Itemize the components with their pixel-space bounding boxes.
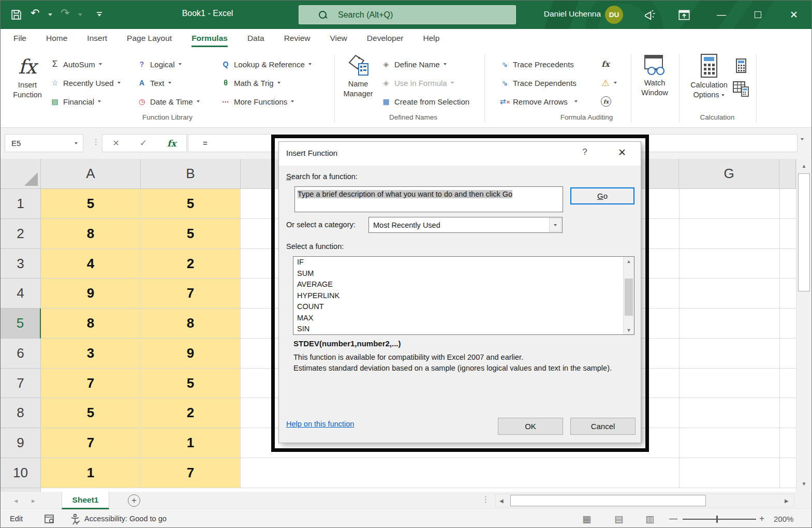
remove-arrows-button[interactable]: ⇄✕ Remove Arrows xyxy=(500,94,578,109)
go-button[interactable]: Go xyxy=(570,187,634,204)
cell-B3[interactable]: 2 xyxy=(141,249,241,278)
horizontal-scrollbar-thumb[interactable] xyxy=(510,495,706,506)
cell-A6[interactable]: 3 xyxy=(41,339,141,368)
row-header-11-partial[interactable] xyxy=(1,488,41,492)
cell-A4[interactable]: 9 xyxy=(41,278,141,308)
category-dropdown[interactable]: Most Recently Used xyxy=(368,217,563,233)
cell-B7[interactable]: 5 xyxy=(141,369,241,398)
cell-B10[interactable]: 7 xyxy=(141,458,241,488)
cell-B5[interactable]: 8 xyxy=(141,309,241,338)
function-list-scrollbar[interactable]: ▲ ▼ xyxy=(623,257,634,334)
insert-function-fx-icon[interactable]: fx xyxy=(167,138,176,149)
coming-soon-icon[interactable] xyxy=(642,8,657,22)
math-trig-button[interactable]: θ Math & Trig xyxy=(221,75,280,91)
name-box[interactable]: E5 xyxy=(5,134,83,152)
help-on-function-link[interactable]: Help on this function xyxy=(286,420,354,428)
row-header-7[interactable]: 7 xyxy=(1,369,41,398)
cell-B2[interactable]: 5 xyxy=(141,219,241,248)
ribbon-display-options-icon[interactable] xyxy=(677,8,691,22)
horizontal-scrollbar[interactable]: ◀ ▶ xyxy=(495,494,794,507)
normal-view-icon[interactable]: ▦ xyxy=(582,514,591,525)
undo-dropdown-icon[interactable] xyxy=(48,13,52,16)
category-dropdown-chevron[interactable] xyxy=(549,218,562,232)
row-header-1[interactable]: 1 xyxy=(1,189,41,219)
tab-developer[interactable]: Developer xyxy=(357,29,414,51)
trace-precedents-button[interactable]: ⇘ Trace Precedents xyxy=(500,56,574,72)
cell-A2[interactable]: 8 xyxy=(41,219,141,248)
enter-formula-icon[interactable]: ✓ xyxy=(140,138,147,149)
new-sheet-button[interactable]: + xyxy=(128,494,140,507)
insert-function-button[interactable]: fx Insert Function xyxy=(7,53,48,110)
row-header-6[interactable]: 6 xyxy=(1,339,41,369)
ok-button[interactable]: OK xyxy=(498,418,563,435)
sheet-nav-right-icon[interactable]: ▸ xyxy=(32,496,35,505)
error-checking-button[interactable]: ⚠ xyxy=(601,75,617,91)
column-header-partial[interactable] xyxy=(779,159,796,189)
maximize-button[interactable] xyxy=(746,1,770,29)
tab-insert[interactable]: Insert xyxy=(77,29,117,51)
select-all-corner[interactable] xyxy=(1,159,41,189)
save-icon[interactable] xyxy=(10,8,23,21)
function-item-max[interactable]: MAX xyxy=(293,313,634,324)
show-formulas-button[interactable]: fx xyxy=(601,56,610,72)
calculation-options-button[interactable]: Calculation Options xyxy=(687,53,731,110)
row-header-4[interactable]: 4 xyxy=(1,278,41,309)
cell-A10[interactable]: 1 xyxy=(41,458,141,488)
define-name-button[interactable]: ◈ Define Name xyxy=(381,56,447,72)
cell-A8[interactable]: 5 xyxy=(41,398,141,428)
function-item-count[interactable]: COUNT xyxy=(293,301,634,313)
vertical-scrollbar[interactable]: ▲ ▼ xyxy=(796,159,811,492)
avatar[interactable]: DU xyxy=(605,6,623,24)
search-bar[interactable]: Search (Alt+Q) xyxy=(299,5,516,24)
tab-help[interactable]: Help xyxy=(413,29,449,51)
create-from-selection-button[interactable]: ▦ Create from Selection xyxy=(381,94,469,109)
tab-file[interactable]: File xyxy=(4,29,36,51)
function-item-if[interactable]: IF xyxy=(293,257,634,268)
expand-formula-bar-icon[interactable] xyxy=(801,138,804,140)
dialog-close-icon[interactable]: ✕ xyxy=(613,146,631,161)
sheet-tab-sheet1[interactable]: Sheet1 xyxy=(62,492,109,509)
page-layout-view-icon[interactable]: ▤ xyxy=(614,514,623,525)
cell-A7[interactable]: 7 xyxy=(41,369,141,398)
row-header-10[interactable]: 10 xyxy=(1,458,41,488)
macro-record-icon[interactable] xyxy=(44,514,55,526)
close-button[interactable]: ✕ xyxy=(782,1,806,29)
autosum-button[interactable]: Σ AutoSum xyxy=(50,56,102,72)
column-header-b[interactable]: B xyxy=(141,159,241,189)
vertical-scrollbar-thumb[interactable] xyxy=(798,173,810,291)
zoom-in-icon[interactable]: + xyxy=(759,514,764,524)
cancel-formula-icon[interactable]: ✕ xyxy=(112,138,119,148)
tab-page-layout[interactable]: Page Layout xyxy=(117,29,182,51)
cancel-button[interactable]: Cancel xyxy=(570,418,636,435)
cell-A3[interactable]: 4 xyxy=(41,249,141,278)
function-item-sum[interactable]: SUM xyxy=(293,268,634,280)
name-box-dropdown-icon[interactable] xyxy=(75,142,78,144)
scroll-down-icon[interactable]: ▼ xyxy=(796,481,811,487)
user-name[interactable]: Daniel Uchenna xyxy=(524,9,601,19)
cell-A5[interactable]: 8 xyxy=(41,309,141,338)
trace-dependents-button[interactable]: ⇘ Trace Dependents xyxy=(500,75,577,91)
cell-B8[interactable]: 2 xyxy=(141,398,241,428)
undo-button[interactable]: ↶ xyxy=(31,7,40,19)
scroll-left-icon[interactable]: ◀ xyxy=(499,498,504,504)
calculate-now-button[interactable] xyxy=(734,58,748,76)
accessibility-icon[interactable] xyxy=(70,514,81,527)
recently-used-button[interactable]: ☆ Recently Used xyxy=(50,75,121,91)
column-header-g[interactable]: G xyxy=(679,159,779,189)
sheet-nav-left-icon[interactable]: ◂ xyxy=(14,496,18,505)
cell-B9[interactable]: 1 xyxy=(141,428,241,458)
tab-data[interactable]: Data xyxy=(238,29,274,51)
search-function-input[interactable]: Type a brief description of what you wan… xyxy=(294,186,563,212)
redo-button[interactable]: ↷ xyxy=(61,7,70,19)
cell-B6[interactable]: 9 xyxy=(141,339,241,368)
lookup-reference-button[interactable]: Q Lookup & Reference xyxy=(221,56,312,72)
row-header-8[interactable]: 8 xyxy=(1,398,41,428)
row-header-2[interactable]: 2 xyxy=(1,219,41,249)
formula-bar-drag-handle[interactable]: ⋮ xyxy=(92,137,100,146)
calculate-sheet-button[interactable] xyxy=(732,81,750,99)
zoom-slider-track[interactable] xyxy=(683,519,756,520)
row-header-3[interactable]: 3 xyxy=(1,249,41,278)
financial-button[interactable]: ▤ Financial xyxy=(50,94,101,109)
quick-access-toolbar-more-icon[interactable] xyxy=(97,12,102,17)
list-scroll-down-icon[interactable]: ▼ xyxy=(624,328,634,333)
